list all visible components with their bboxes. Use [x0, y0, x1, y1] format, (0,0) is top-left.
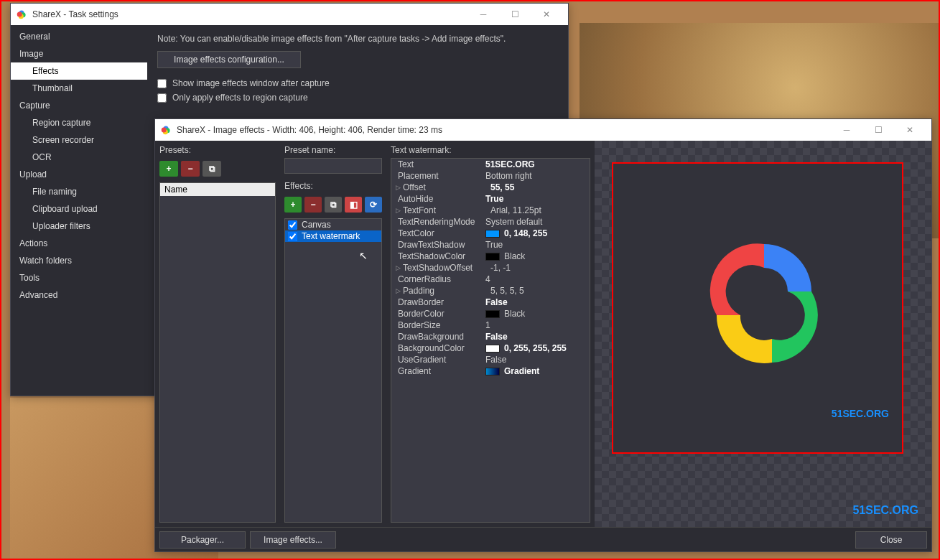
- prop-value[interactable]: Bottom right: [485, 171, 585, 181]
- prop-value[interactable]: True: [485, 240, 585, 250]
- prop-name: Gradient: [398, 366, 485, 376]
- effect-checkbox[interactable]: [288, 220, 297, 230]
- preset-remove-button[interactable]: −: [181, 161, 200, 177]
- preset-name-input[interactable]: [284, 158, 382, 174]
- prop-name: DrawTextShadow: [398, 240, 485, 250]
- prop-value[interactable]: Arial, 11.25pt: [490, 205, 585, 215]
- prop-row-textshadowoffset[interactable]: ▷TextShadowOffset-1, -1: [391, 262, 590, 274]
- effect-refresh-button[interactable]: ⟳: [365, 197, 382, 213]
- prop-value[interactable]: 0, 148, 255: [485, 228, 585, 238]
- show-effects-checkbox[interactable]: [157, 79, 167, 88]
- prop-row-text[interactable]: Text51SEC.ORG: [391, 159, 590, 170]
- sidebar-item-ocr[interactable]: OCR: [11, 149, 147, 166]
- prop-value[interactable]: Gradient: [485, 366, 585, 376]
- show-effects-checkbox-row[interactable]: Show image effects window after capture: [157, 78, 558, 88]
- sidebar-item-region-capture[interactable]: Region capture: [11, 114, 147, 131]
- sidebar-item-file-naming[interactable]: File naming: [11, 183, 147, 200]
- prop-row-textshadowcolor[interactable]: TextShadowColorBlack: [391, 251, 590, 262]
- prop-row-bordercolor[interactable]: BorderColorBlack: [391, 308, 590, 319]
- prop-value[interactable]: False: [485, 297, 585, 307]
- prop-value[interactable]: 4: [485, 274, 585, 284]
- prop-value[interactable]: False: [485, 332, 585, 342]
- prop-value[interactable]: Black: [485, 251, 585, 261]
- effect-clear-button[interactable]: ◧: [345, 197, 362, 213]
- prop-row-usegradient[interactable]: UseGradientFalse: [391, 354, 590, 365]
- image-effects-button[interactable]: Image effects...: [250, 531, 336, 549]
- titlebar[interactable]: ShareX - Task settings ─ ☐ ✕: [11, 4, 568, 25]
- sidebar-item-screen-recorder[interactable]: Screen recorder: [11, 131, 147, 149]
- effect-duplicate-button[interactable]: ⧉: [325, 197, 342, 213]
- prop-row-textfont[interactable]: ▷TextFontArial, 11.25pt: [391, 205, 590, 216]
- prop-row-backgroundcolor[interactable]: BackgroundColor0, 255, 255, 255: [391, 342, 590, 354]
- prop-row-placement[interactable]: PlacementBottom right: [391, 170, 590, 182]
- sidebar-item-capture[interactable]: Capture: [11, 97, 147, 114]
- fx-minimize-button[interactable]: ─: [831, 119, 862, 141]
- effect-remove-button[interactable]: −: [304, 197, 322, 213]
- fx-close-button[interactable]: ✕: [894, 119, 926, 141]
- sidebar: GeneralImageEffectsThumbnailCaptureRegio…: [11, 25, 147, 396]
- prop-name: Placement: [398, 171, 485, 181]
- sidebar-item-thumbnail[interactable]: Thumbnail: [11, 80, 147, 97]
- close-button[interactable]: Close: [855, 531, 927, 549]
- sidebar-item-watch-folders[interactable]: Watch folders: [11, 252, 147, 269]
- sidebar-item-uploader-filters[interactable]: Uploader filters: [11, 218, 147, 235]
- preset-duplicate-button[interactable]: ⧉: [203, 161, 221, 177]
- prop-row-cornerradius[interactable]: CornerRadius4: [391, 274, 590, 285]
- sidebar-item-general[interactable]: General: [11, 28, 147, 45]
- prop-row-bordersize[interactable]: BorderSize1: [391, 319, 590, 331]
- prop-name: Offset: [403, 182, 490, 192]
- presets-column: Presets: + − ⧉ Name: [155, 141, 280, 527]
- color-swatch: [485, 230, 500, 238]
- prop-name: UseGradient: [398, 355, 485, 365]
- fx-titlebar[interactable]: ShareX - Image effects - Width: 406, Hei…: [155, 119, 931, 141]
- sidebar-item-actions[interactable]: Actions: [11, 235, 147, 252]
- watermark-inner: 51SEC.ORG: [832, 408, 889, 419]
- close-button[interactable]: ✕: [531, 4, 562, 25]
- prop-row-offset[interactable]: ▷Offset55, 55: [391, 182, 590, 193]
- prop-value[interactable]: Black: [485, 309, 585, 319]
- preset-add-button[interactable]: +: [159, 161, 178, 177]
- prop-row-autohide[interactable]: AutoHideTrue: [391, 193, 590, 205]
- sidebar-item-tools[interactable]: Tools: [11, 269, 147, 286]
- effect-add-button[interactable]: +: [284, 197, 302, 213]
- prop-value[interactable]: System default: [485, 217, 585, 227]
- prop-row-textcolor[interactable]: TextColor0, 148, 255: [391, 228, 590, 239]
- minimize-button[interactable]: ─: [467, 4, 499, 25]
- preview-panel: 51SEC.ORG 51SEC.ORG: [595, 141, 931, 527]
- properties-grid[interactable]: Text51SEC.ORGPlacementBottom right▷Offse…: [391, 158, 590, 523]
- effect-item-text-watermark[interactable]: Text watermark: [285, 230, 381, 242]
- sidebar-item-effects[interactable]: Effects: [11, 62, 147, 80]
- prop-row-drawtextshadow[interactable]: DrawTextShadowTrue: [391, 239, 590, 251]
- prop-value[interactable]: 55, 55: [490, 182, 585, 192]
- fx-maximize-button[interactable]: ☐: [862, 119, 894, 141]
- image-effects-config-button[interactable]: Image effects configuration...: [157, 51, 301, 68]
- prop-name: TextColor: [398, 228, 485, 238]
- prop-value[interactable]: 5, 5, 5, 5: [490, 286, 585, 296]
- effect-item-canvas[interactable]: Canvas: [285, 219, 381, 230]
- prop-row-drawbackground[interactable]: DrawBackgroundFalse: [391, 331, 590, 342]
- prop-value[interactable]: False: [485, 355, 585, 365]
- prop-value[interactable]: 0, 255, 255, 255: [485, 343, 585, 353]
- sidebar-item-upload[interactable]: Upload: [11, 166, 147, 183]
- effect-checkbox[interactable]: [288, 232, 297, 241]
- prop-value[interactable]: -1, -1: [490, 263, 585, 273]
- effects-list[interactable]: CanvasText watermark: [284, 218, 382, 523]
- sidebar-item-advanced[interactable]: Advanced: [11, 286, 147, 304]
- prop-row-drawborder[interactable]: DrawBorderFalse: [391, 297, 590, 308]
- prop-name: BorderSize: [398, 320, 485, 330]
- prop-name: TextShadowOffset: [403, 263, 490, 273]
- prop-row-padding[interactable]: ▷Padding5, 5, 5, 5: [391, 285, 590, 297]
- presets-list[interactable]: Name: [159, 182, 276, 523]
- prop-value[interactable]: 51SEC.ORG: [485, 159, 585, 169]
- prop-value[interactable]: 1: [485, 320, 585, 330]
- maximize-button[interactable]: ☐: [499, 4, 531, 25]
- region-only-checkbox-row[interactable]: Only apply effects to region capture: [157, 93, 558, 103]
- sidebar-item-image[interactable]: Image: [11, 45, 147, 62]
- prop-row-gradient[interactable]: GradientGradient: [391, 365, 590, 377]
- sidebar-item-clipboard-upload[interactable]: Clipboard upload: [11, 200, 147, 218]
- prop-value[interactable]: True: [485, 194, 585, 204]
- prop-row-textrenderingmode[interactable]: TextRenderingModeSystem default: [391, 216, 590, 228]
- prop-name: Text: [398, 159, 485, 169]
- packager-button[interactable]: Packager...: [159, 531, 246, 549]
- region-only-checkbox[interactable]: [157, 93, 167, 103]
